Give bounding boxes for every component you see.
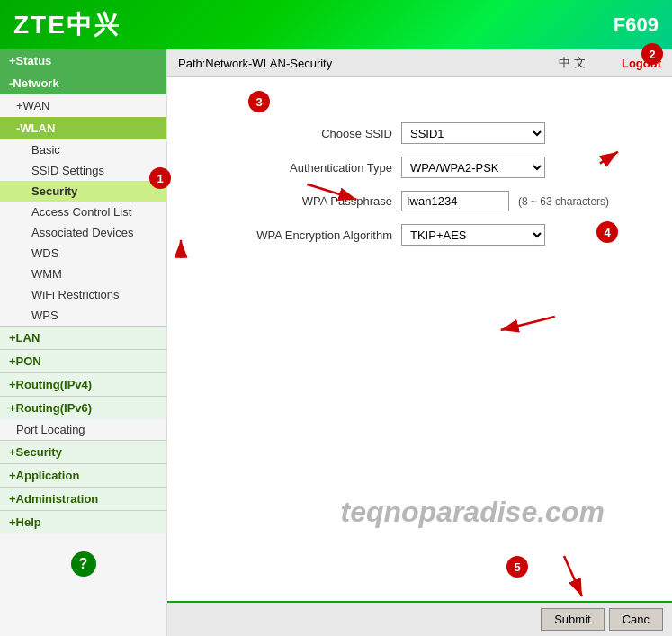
sidebar-item-wmm[interactable]: WMM [0,264,166,284]
footer-bar: Submit Canc [167,601,672,636]
annotation-5: 5 [506,556,528,578]
security-form: Choose SSID SSID1SSID2SSID3SSID4 Authent… [194,122,645,246]
sidebar-item-ssid-settings[interactable]: SSID Settings [0,160,166,181]
choose-ssid-row: Choose SSID SSID1SSID2SSID3SSID4 [194,122,645,144]
logo: ZTE中兴 [13,8,121,42]
language-link[interactable]: 中 文 [559,55,586,71]
annotation-1: 1 [149,167,171,189]
auth-type-select[interactable]: WPA/WPA2-PSKWPA-PSKWPA2-PSKNone [401,157,545,178]
sidebar-item-wan[interactable]: +WAN [0,94,166,117]
cancel-button[interactable]: Canc [609,608,663,631]
submit-button[interactable]: Submit [541,608,604,631]
sidebar-item-wifi-restrictions[interactable]: WiFi Restrictions [0,284,166,305]
passphrase-label: WPA Passphrase [194,194,392,208]
choose-ssid-label: Choose SSID [194,127,392,140]
svg-line-4 [501,317,555,330]
passphrase-input[interactable] [401,191,509,211]
header: ZTE中兴 F609 [0,0,672,49]
annotation-2: 2 [641,43,663,65]
sidebar-item-access-control[interactable]: Access Control List [0,202,166,222]
sidebar-item-port-locating[interactable]: Port Locating [0,419,166,440]
watermark: teqnoparadise.com [340,496,604,529]
path-bar: Path:Network-WLAN-Security 中 文 Logout [167,49,672,77]
auth-type-row: Authentication Type WPA/WPA2-PSKWPA-PSKW… [194,157,645,178]
auth-type-label: Authentication Type [194,161,392,175]
help-button[interactable]: ? [71,551,96,577]
passphrase-row: WPA Passphrase (8 ~ 63 characters) [194,191,645,211]
sidebar-item-security-section[interactable]: +Security [0,440,166,463]
sidebar-item-pon[interactable]: +PON [0,349,166,372]
content-area: 1 2 3 4 Choose SSID SSID1SSID2SSID3SSID4… [167,77,672,601]
encryption-label: WPA Encryption Algorithm [194,228,392,242]
sidebar-item-application[interactable]: +Application [0,463,166,487]
breadcrumb: Path:Network-WLAN-Security [178,57,332,70]
sidebar-item-basic[interactable]: Basic [0,139,166,160]
sidebar-item-wlan[interactable]: -WLAN [0,117,166,139]
sidebar: +Status -Network +WAN -WLAN Basic SSID S… [0,49,167,636]
sidebar-item-lan[interactable]: +LAN [0,326,166,349]
sidebar-item-associated-devices[interactable]: Associated Devices [0,222,166,243]
sidebar-item-help[interactable]: +Help [0,510,166,533]
sidebar-item-administration[interactable]: +Administration [0,487,166,510]
model-number: F609 [614,13,659,37]
sidebar-item-routing-ipv4[interactable]: +Routing(IPv4) [0,372,166,396]
sidebar-item-security[interactable]: Security [0,181,166,202]
encryption-row: WPA Encryption Algorithm TKIP+AESTKIPAES [194,224,645,246]
sidebar-item-routing-ipv6[interactable]: +Routing(IPv6) [0,396,166,419]
annotation-4: 4 [596,221,618,243]
annotation-3: 3 [248,91,270,112]
sidebar-item-network[interactable]: -Network [0,72,166,94]
sidebar-item-wds[interactable]: WDS [0,243,166,264]
sidebar-item-status[interactable]: +Status [0,49,166,72]
footer-area: 5 Submit Canc [167,601,672,636]
main-content: Path:Network-WLAN-Security 中 文 Logout 1 … [167,49,672,636]
sidebar-item-wps[interactable]: WPS [0,305,166,326]
encryption-select[interactable]: TKIP+AESTKIPAES [401,224,545,246]
choose-ssid-select[interactable]: SSID1SSID2SSID3SSID4 [401,122,545,144]
passphrase-hint: (8 ~ 63 characters) [518,195,609,208]
